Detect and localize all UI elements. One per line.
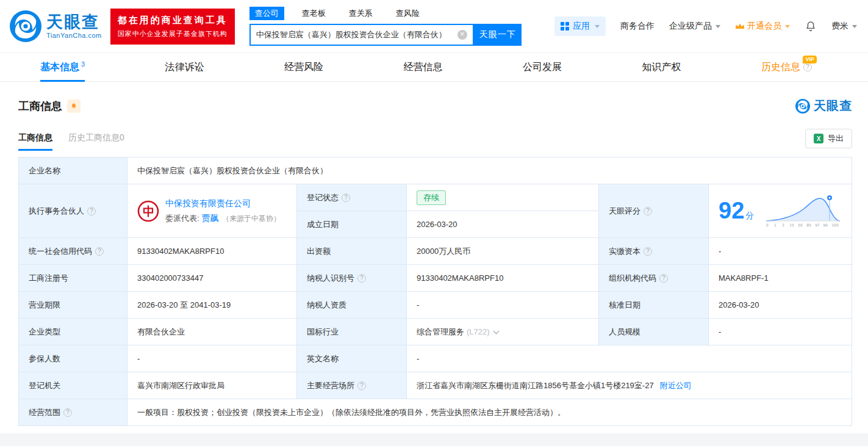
tab-history-info[interactable]: VIP 历史信息 — [761, 53, 812, 81]
insured-label: 参保人数 — [19, 345, 127, 372]
apps-grid-icon — [561, 22, 569, 31]
export-label: 导出 — [828, 133, 844, 144]
crown-icon — [735, 23, 745, 30]
chevron-down-icon — [595, 25, 600, 28]
tianyancha-logo-icon — [10, 10, 41, 42]
chevron-down-icon[interactable] — [493, 328, 499, 334]
term-value: 2026-03-20 至 2041-03-19 — [127, 292, 297, 319]
help-icon[interactable] — [342, 193, 350, 202]
paid-capital-value: - — [709, 238, 852, 265]
chevron-down-icon — [852, 25, 857, 28]
tab-legal-proceedings[interactable]: 法律诉讼 — [165, 53, 204, 81]
tax-id-label: 纳税人识别号 — [297, 265, 407, 292]
nav-vip-upgrade[interactable]: 开通会员 — [735, 21, 790, 32]
subscribe-bell-icon[interactable] — [67, 99, 81, 113]
search-tab-risk[interactable]: 查风险 — [390, 7, 425, 20]
tab-label: 历史信息 — [761, 61, 800, 74]
industry-value: 综合管理服务(L722) — [407, 319, 599, 345]
subtab-row: 工商信息 历史工商信息0 导出 — [18, 129, 852, 151]
paid-capital-label: 实缴资本 — [599, 238, 709, 265]
help-icon[interactable] — [659, 274, 668, 283]
svg-text:3: 3 — [782, 223, 784, 227]
authority-value: 嘉兴市南湖区行政审批局 — [127, 372, 297, 399]
score-label: 天眼评分 — [599, 184, 709, 238]
table-row: 参保人数 - 英文名称 - — [19, 345, 852, 372]
export-button[interactable]: 导出 — [805, 129, 852, 148]
est-date-value: 2026-03-20 — [407, 211, 599, 238]
help-icon[interactable] — [644, 247, 652, 256]
help-icon[interactable] — [803, 63, 812, 71]
search-box[interactable] — [249, 24, 474, 46]
site-header: 天眼查 TianYanCha.com 都在用的商业查询工具 国家中小企业发展子基… — [0, 0, 868, 52]
tax-id-value: 91330402MAKA8RPF10 — [407, 265, 599, 292]
subtab-history-business-info[interactable]: 历史工商信息0 — [68, 132, 124, 151]
nav-business-cooperation[interactable]: 商务合作 — [620, 21, 655, 32]
address-label: 主要经营场所 — [297, 372, 407, 399]
nearby-companies-link[interactable]: 附近公司 — [660, 381, 692, 390]
company-type-value: 有限合伙企业 — [127, 319, 297, 345]
user-menu[interactable]: 费米 — [831, 21, 857, 32]
search-tab-company[interactable]: 查公司 — [249, 7, 284, 20]
search-button[interactable]: 天眼一下 — [474, 24, 522, 46]
table-row: 执行事务合伙人 中保投资有限责任公司 — [19, 184, 852, 211]
help-icon[interactable] — [87, 207, 96, 215]
industry-label: 国标行业 — [297, 319, 407, 345]
reg-no-value: 330402000733447 — [127, 265, 297, 292]
tab-label: 经营风险 — [284, 61, 323, 74]
chevron-down-icon — [716, 25, 720, 28]
apps-menu-button[interactable]: 应用 — [554, 16, 606, 36]
clear-icon[interactable] — [457, 30, 467, 40]
tab-company-development[interactable]: 公司发展 — [523, 53, 562, 81]
main-nav-tabs: 基本信息 3 法律诉讼 经营风险 经营信息 公司发展 知识产权 VIP 历史信息 — [0, 52, 868, 82]
partner-company-link[interactable]: 中保投资有限责任公司 — [165, 198, 251, 208]
company-name-label: 企业名称 — [19, 157, 127, 184]
svg-text:100: 100 — [831, 223, 839, 227]
tianyancha-logo[interactable]: 天眼查 TianYanCha.com — [10, 10, 102, 42]
vip-badge: VIP — [803, 56, 817, 63]
svg-text:85: 85 — [806, 223, 811, 227]
term-label: 营业期限 — [19, 292, 127, 319]
tab-label: 公司发展 — [523, 61, 562, 74]
help-icon[interactable] — [63, 408, 72, 417]
nav-enterprise-products[interactable]: 企业级产品 — [669, 21, 720, 32]
apps-label: 应用 — [573, 21, 590, 32]
score-number: 92分 — [719, 198, 754, 224]
help-icon[interactable] — [357, 381, 366, 390]
search-input[interactable] — [256, 31, 457, 40]
rep-link[interactable]: 贾飙 — [201, 213, 218, 223]
search-block: 查公司 查老板 查关系 查风险 天眼一下 — [249, 7, 522, 46]
tab-basic-info[interactable]: 基本信息 3 — [40, 53, 85, 81]
svg-text:15: 15 — [789, 223, 794, 227]
capital-label: 出资额 — [297, 238, 407, 265]
help-icon[interactable] — [95, 247, 104, 256]
notification-bell-icon[interactable] — [805, 20, 817, 32]
search-tab-boss[interactable]: 查老板 — [296, 7, 331, 20]
partner-value: 中保投资有限责任公司 委派代表: 贾飙 （来源于中基协） — [127, 184, 297, 238]
tianyancha-watermark: 天眼查 — [795, 98, 852, 114]
subtab-business-info[interactable]: 工商信息 — [18, 132, 52, 151]
promo-banner: 都在用的商业查询工具 国家中小企业发展子基金旗下机构 — [110, 9, 235, 45]
capital-value: 20000万人民币 — [407, 238, 599, 265]
tab-label: 知识产权 — [642, 61, 681, 74]
company-type-label: 企业类型 — [19, 319, 127, 345]
page: 天眼查 TianYanCha.com 都在用的商业查询工具 国家中小企业发展子基… — [0, 0, 868, 446]
help-icon[interactable] — [357, 274, 366, 283]
reg-status-value: 存续 — [407, 184, 599, 211]
search-tabs: 查公司 查老板 查关系 查风险 — [249, 7, 522, 20]
tab-business-operation[interactable]: 经营信息 — [404, 53, 443, 81]
score-value: 92分 0 1 3 15 5 — [709, 184, 852, 238]
search-tab-relation[interactable]: 查关系 — [343, 7, 378, 20]
tab-operation-risk[interactable]: 经营风险 — [284, 53, 323, 81]
table-row: 企业名称 中保投智启宸（嘉兴）股权投资合伙企业（有限合伙） — [19, 157, 852, 184]
nav-vip-label: 开通会员 — [747, 21, 781, 32]
tax-quality-value: - — [407, 292, 599, 319]
excel-icon — [814, 134, 823, 143]
scope-label: 经营范围 — [19, 399, 127, 426]
help-icon[interactable] — [644, 207, 652, 215]
section-title: 工商信息 — [18, 99, 62, 114]
svg-text:1: 1 — [774, 223, 777, 227]
tab-intellectual-property[interactable]: 知识产权 — [642, 53, 681, 81]
reg-status-label: 登记状态 — [297, 184, 407, 211]
header-right-nav: 应用 商务合作 企业级产品 开通会员 费米 — [554, 16, 857, 36]
page-bottom-strip — [0, 433, 868, 446]
